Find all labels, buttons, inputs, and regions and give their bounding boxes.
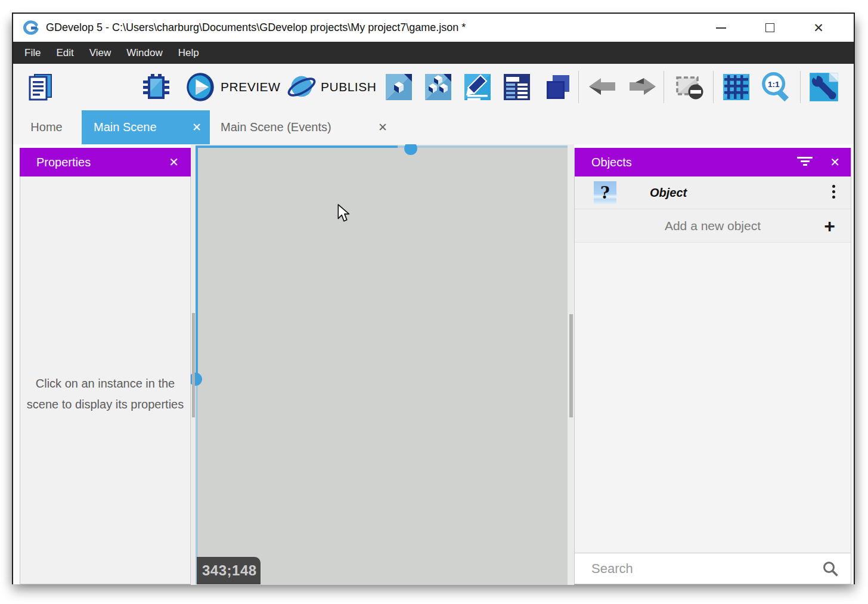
objects-panel: Objects ✕ ? Object Add a new object + — [574, 148, 851, 584]
menu-help[interactable]: Help — [178, 47, 199, 59]
menu-edit[interactable]: Edit — [56, 47, 73, 59]
close-tab-icon[interactable]: ✕ — [378, 120, 388, 134]
window-title: GDevelop 5 - C:\Users\charburg\Documents… — [46, 21, 466, 34]
add-new-object-icon[interactable] — [385, 73, 413, 101]
object-name: Object — [650, 186, 687, 200]
toggle-grid-icon[interactable] — [722, 73, 751, 101]
scene-window-top-border-faded — [398, 145, 568, 148]
tab-main-scene-label: Main Scene — [94, 120, 157, 134]
close-button[interactable]: ✕ — [794, 14, 843, 42]
zoom-1-1-icon[interactable]: 1:1 — [761, 72, 792, 103]
gdevelop-window: GDevelop 5 - C:\Users\charburg\Documents… — [12, 13, 855, 584]
objects-panel-header: Objects ✕ — [575, 148, 851, 176]
toolbar-separator — [578, 71, 579, 103]
tab-main-scene[interactable]: Main Scene ✕ — [82, 110, 210, 144]
toolbar-separator — [713, 71, 714, 103]
objects-list-empty-area — [575, 243, 851, 553]
properties-panel: Properties ✕ Click on an instance in the… — [20, 148, 191, 584]
scene-window-left-border — [196, 145, 198, 379]
maximize-button[interactable] — [745, 14, 794, 42]
close-panel-icon[interactable]: ✕ — [169, 155, 179, 169]
canvas-left-scrollbar[interactable] — [192, 313, 195, 417]
open-layers-icon[interactable] — [542, 73, 573, 101]
properties-panel-body: Click on an instance in the scene to dis… — [20, 176, 191, 584]
properties-panel-title: Properties — [36, 156, 91, 169]
edit-scene-properties-icon[interactable] — [463, 73, 492, 101]
canvas-right-scrollbar[interactable] — [569, 314, 573, 417]
redo-icon[interactable] — [628, 77, 657, 97]
toolbar: PREVIEW PUBLISH — [13, 64, 854, 110]
toggle-window-mask-icon[interactable] — [673, 73, 706, 101]
tab-home[interactable]: Home — [20, 110, 73, 144]
scene-window-left-border-faded — [196, 379, 198, 584]
close-panel-icon[interactable]: ✕ — [830, 155, 840, 169]
tab-main-scene-events-label: Main Scene (Events) — [221, 120, 331, 134]
tab-home-label: Home — [30, 120, 62, 134]
objects-panel-title: Objects — [591, 156, 632, 169]
objects-search-bar — [575, 553, 851, 584]
menu-view[interactable]: View — [89, 47, 111, 59]
search-input[interactable] — [590, 560, 805, 577]
menu-file[interactable]: File — [24, 47, 41, 59]
kebab-menu-icon[interactable] — [832, 185, 835, 201]
mouse-cursor-icon — [337, 204, 352, 225]
scene-canvas-surface[interactable] — [197, 145, 568, 585]
menu-bar: File Edit View Window Help — [13, 42, 854, 64]
edit-objects-icon[interactable] — [424, 73, 452, 101]
maximize-icon — [765, 23, 774, 32]
minimize-icon — [716, 27, 726, 29]
publish-globe-icon[interactable] — [286, 72, 317, 103]
question-mark-icon: ? — [594, 181, 616, 204]
window-controls: ✕ — [696, 14, 843, 42]
preview-play-icon[interactable] — [185, 72, 216, 103]
cursor-coordinates-badge: 343;148 — [197, 557, 261, 584]
properties-panel-header: Properties ✕ — [20, 148, 191, 176]
tab-bar: Home Main Scene ✕ Main Scene (Events) ✕ — [13, 110, 854, 144]
menu-window[interactable]: Window — [126, 47, 162, 59]
publish-label[interactable]: PUBLISH — [321, 64, 376, 110]
object-list-item[interactable]: ? Object — [575, 176, 851, 209]
open-instances-list-icon[interactable] — [503, 73, 531, 101]
project-manager-icon[interactable] — [27, 73, 55, 101]
debug-icon[interactable] — [142, 73, 170, 101]
open-settings-icon[interactable] — [808, 72, 839, 103]
gdevelop-logo-icon — [23, 20, 39, 36]
toolbar-separator — [800, 71, 801, 103]
scene-editor-canvas[interactable]: 343;148 — [191, 144, 574, 585]
scene-window-top-border — [197, 145, 398, 148]
tab-main-scene-events[interactable]: Main Scene (Events) ✕ — [210, 110, 395, 144]
plus-icon: + — [824, 216, 835, 236]
add-new-object-label: Add a new object — [665, 219, 761, 233]
minimize-button[interactable] — [696, 14, 745, 42]
toolbar-separator — [664, 71, 664, 103]
title-bar: GDevelop 5 - C:\Users\charburg\Documents… — [13, 14, 854, 42]
filter-icon[interactable] — [797, 157, 813, 168]
properties-empty-message: Click on an instance in the scene to dis… — [25, 373, 185, 415]
preview-label[interactable]: PREVIEW — [221, 64, 280, 110]
close-icon: ✕ — [813, 21, 824, 34]
search-icon[interactable] — [822, 560, 839, 580]
add-new-object-button[interactable]: Add a new object + — [575, 209, 851, 243]
svg-text:1:1: 1:1 — [768, 80, 780, 89]
undo-icon[interactable] — [588, 77, 616, 97]
close-tab-icon[interactable]: ✕ — [192, 120, 202, 134]
